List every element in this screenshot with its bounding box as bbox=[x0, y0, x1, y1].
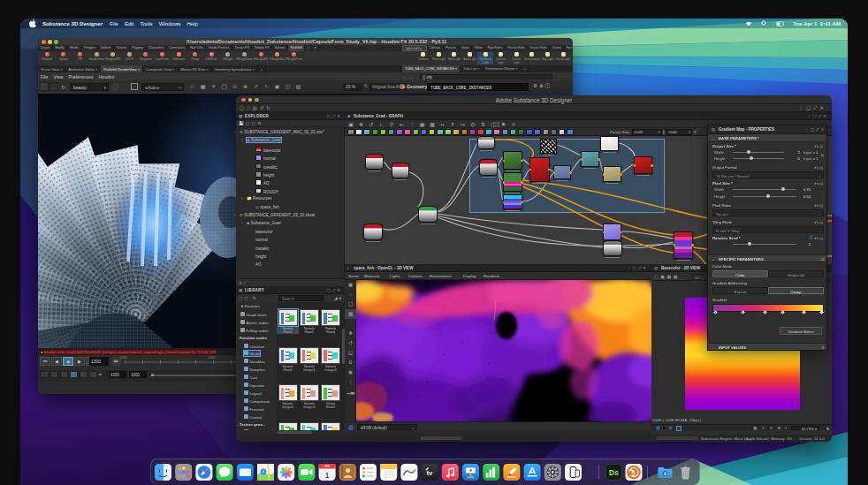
svg-text:tv: tv bbox=[427, 469, 433, 477]
svg-text:1: 1 bbox=[324, 470, 329, 480]
svg-text:APR: APR bbox=[324, 465, 331, 468]
svg-text:Ds: Ds bbox=[609, 468, 619, 477]
